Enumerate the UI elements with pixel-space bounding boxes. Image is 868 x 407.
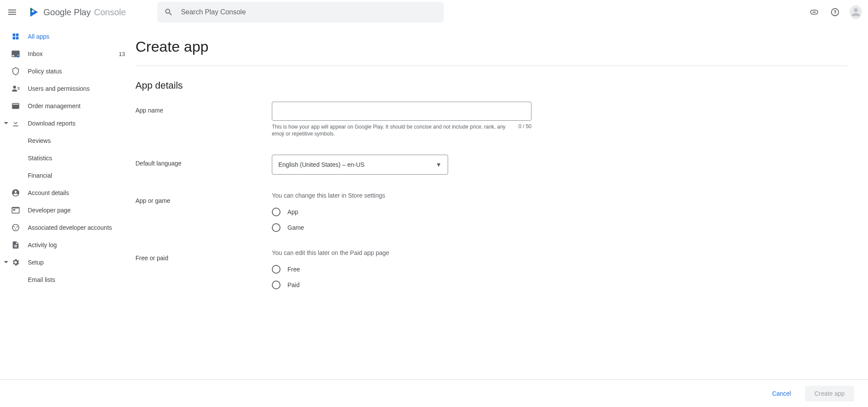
page-title: Create app (135, 38, 847, 55)
sidebar-item-label: Associated developer accounts (28, 223, 125, 232)
setup-icon (10, 257, 21, 268)
sidebar-badge: 13 (119, 51, 125, 57)
chevron-down-icon: ▼ (436, 161, 442, 168)
default-language-label: Default language (135, 155, 261, 175)
person-icon (850, 6, 862, 18)
link-icon (809, 7, 819, 17)
search-input[interactable] (180, 8, 437, 17)
sidebar-item-associated-accounts[interactable]: Associated developer accounts (0, 219, 130, 236)
sidebar-item-label: Activity log (28, 241, 125, 249)
sidebar-item-label: Users and permissions (28, 84, 125, 93)
sidebar-item-email-lists[interactable]: Email lists (0, 271, 130, 288)
app-or-game-hint: You can change this later in Store setti… (272, 192, 385, 199)
account-button[interactable] (847, 3, 865, 21)
svg-point-0 (17, 55, 19, 57)
logo-text: Google Play Console (43, 7, 126, 17)
search-bar[interactable] (157, 2, 444, 23)
activity-log-icon (10, 240, 21, 250)
sidebar-item-label: Reviews (28, 136, 125, 145)
free-or-paid-hint: You can edit this later on the Paid app … (272, 249, 389, 256)
divider (135, 66, 847, 66)
sidebar-item-policy-status[interactable]: Policy status (0, 63, 130, 80)
help-icon (830, 7, 840, 17)
avatar (850, 5, 862, 19)
account-details-icon (10, 188, 21, 198)
sidebar-item-label: Statistics (28, 154, 125, 162)
sidebar-item-download-reports[interactable]: Download reports (0, 115, 130, 132)
order-management-icon (10, 101, 21, 111)
users-permissions-icon (10, 83, 21, 94)
radio-label: App (287, 208, 298, 215)
app-or-game-radio-game[interactable]: Game (272, 223, 385, 232)
app-or-game-label: App or game (135, 192, 261, 232)
sidebar-item-financial[interactable]: Financial (0, 167, 130, 184)
app-name-input[interactable] (272, 102, 531, 121)
radio-icon (272, 208, 281, 216)
link-button[interactable] (805, 3, 823, 21)
associated-accounts-icon (10, 222, 21, 233)
inbox-icon (10, 49, 21, 59)
sidebar-item-users-permissions[interactable]: Users and permissions (0, 80, 130, 97)
cancel-button[interactable]: Cancel (763, 387, 800, 400)
sidebar-item-statistics[interactable]: Statistics (0, 149, 130, 167)
radio-icon (272, 265, 281, 274)
create-app-button[interactable]: Create app (805, 386, 854, 401)
header-bar: Google Play Console (0, 0, 868, 24)
sidebar-item-label: Policy status (28, 67, 125, 76)
developer-page-icon (10, 205, 21, 215)
sidebar-item-label: Setup (28, 258, 125, 267)
app-name-help: This is how your app will appear on Goog… (272, 123, 512, 137)
main-content: Create app App details App name This is … (135, 24, 868, 379)
sidebar-item-inbox[interactable]: Inbox13 (0, 45, 130, 63)
sidebar-item-label: Order management (28, 102, 125, 110)
play-console-logo-icon (28, 6, 40, 18)
app-or-game-radio-app[interactable]: App (272, 208, 385, 216)
download-reports-icon (10, 118, 21, 129)
radio-icon (272, 281, 281, 289)
menu-button[interactable] (3, 3, 21, 21)
app-name-counter: 0 / 50 (518, 123, 531, 137)
free-or-paid-radio-free[interactable]: Free (272, 265, 389, 274)
sidebar: All appsInbox13Policy statusUsers and pe… (0, 24, 135, 379)
radio-label: Free (287, 266, 300, 273)
policy-status-icon (10, 66, 21, 76)
sidebar-item-activity-log[interactable]: Activity log (0, 236, 130, 254)
sidebar-item-label: All apps (28, 32, 125, 41)
sidebar-item-all-apps[interactable]: All apps (0, 28, 130, 45)
sidebar-item-reviews[interactable]: Reviews (0, 132, 130, 149)
sidebar-item-label: Developer page (28, 206, 125, 215)
svg-point-2 (17, 226, 18, 228)
sidebar-item-label: Inbox (28, 50, 119, 58)
default-language-value: English (United States) – en-US (278, 161, 364, 168)
chevron-down-icon (2, 260, 10, 265)
sidebar-item-account-details[interactable]: Account details (0, 184, 130, 202)
all-apps-icon (10, 31, 21, 42)
svg-point-1 (13, 226, 15, 228)
radio-label: Paid (287, 281, 300, 288)
sidebar-item-setup[interactable]: Setup (0, 254, 130, 271)
menu-icon (7, 7, 17, 17)
free-or-paid-label: Free or paid (135, 249, 261, 289)
free-or-paid-radio-paid[interactable]: Paid (272, 281, 389, 289)
sidebar-item-label: Financial (28, 171, 125, 180)
help-button[interactable] (826, 3, 844, 21)
sidebar-item-label: Email lists (28, 275, 125, 284)
logo[interactable]: Google Play Console (24, 6, 129, 18)
footer-actions: Cancel Create app (0, 379, 868, 407)
search-icon (164, 7, 173, 17)
svg-point-3 (15, 228, 17, 230)
radio-label: Game (287, 224, 304, 231)
sidebar-item-order-management[interactable]: Order management (0, 97, 130, 115)
chevron-down-icon (2, 121, 10, 126)
sidebar-item-developer-page[interactable]: Developer page (0, 202, 130, 219)
section-title: App details (135, 80, 847, 91)
radio-icon (272, 223, 281, 232)
default-language-select[interactable]: English (United States) – en-US ▼ (272, 155, 448, 175)
sidebar-item-label: Account details (28, 189, 125, 197)
sidebar-item-label: Download reports (28, 119, 125, 128)
app-name-label: App name (135, 102, 261, 137)
